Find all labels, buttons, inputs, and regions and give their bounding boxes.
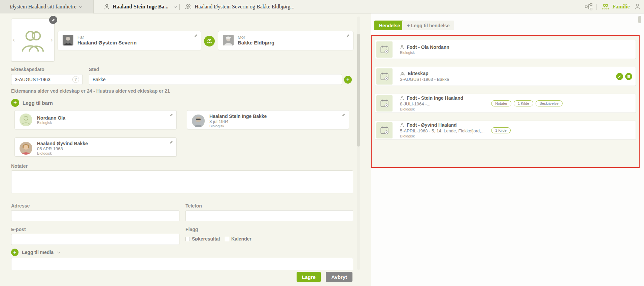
photo-next-arrow[interactable]: › <box>50 36 53 43</box>
edit-mother-pencil-icon[interactable] <box>346 34 350 38</box>
child-relation: Biologisk <box>37 151 88 155</box>
father-card[interactable]: Far Haaland Øystein Severin <box>58 31 201 50</box>
marriage-date-label: Ekteskapsdato <box>11 67 44 72</box>
event-details-list-icon[interactable] <box>625 73 632 80</box>
couple-placeholder-icon <box>20 29 46 53</box>
edit-father-pencil-icon[interactable] <box>194 34 198 38</box>
place-label: Sted <box>89 67 99 72</box>
calendar-event-icon <box>376 41 393 58</box>
event-row[interactable]: Født - Øyvind Haaland 5-APRIL-1968 - 5, … <box>375 121 636 140</box>
event-title: Født - Stein Inge Haaland <box>407 95 463 101</box>
mother-label: Mor <box>238 35 274 40</box>
familie-link-label: Familie <box>612 4 630 10</box>
tab-add-hendelse-label: + Legg til hendelse <box>407 23 449 28</box>
place-input[interactable] <box>89 74 342 85</box>
right-scrollbar-thumb[interactable] <box>638 16 641 23</box>
event-title: Ekteskap <box>408 71 428 76</box>
media-drop-panel[interactable] <box>11 258 353 270</box>
add-place-plus-icon[interactable]: + <box>344 76 352 84</box>
marriage-date-input[interactable] <box>11 74 82 85</box>
notes-textarea[interactable] <box>11 170 353 193</box>
edit-child-pencil-icon[interactable] <box>169 140 173 144</box>
left-scrollbar-thumb[interactable] <box>357 34 360 147</box>
mother-card[interactable]: Mor Bakke Eldbjørg <box>218 31 353 50</box>
add-child-button[interactable]: + Legg til barn <box>11 99 53 107</box>
person-icon <box>400 123 404 127</box>
notes-badge[interactable]: Notater <box>491 100 511 106</box>
tree-selector-label: Øystein Haaland sitt familietre <box>10 4 76 10</box>
couple-link-icon[interactable] <box>204 36 215 46</box>
event-title: Født - Ola Nordann <box>407 44 449 50</box>
profile-person-icon[interactable] <box>634 3 641 10</box>
event-row[interactable]: Født - Ola Nordann Biologisk <box>375 40 636 59</box>
top-bar: Øystein Haaland sitt familietre Haaland … <box>0 0 644 13</box>
event-subtitle: 8-JULI-1964 -... <box>400 101 463 106</box>
couple-icon <box>400 71 405 76</box>
event-subtitle: 3-AUGUST-1963 - Bakke <box>400 77 449 82</box>
father-photo <box>63 35 73 45</box>
child-name: Haaland Øyvind Bakke <box>37 141 88 146</box>
child-avatar-silhouette <box>20 114 32 126</box>
date-help-icon[interactable]: ? <box>72 76 79 83</box>
tab-hendelse-label: Hendelse <box>379 23 400 28</box>
event-row[interactable]: Født - Stein Inge Haaland 8-JULI-1964 -.… <box>375 94 636 113</box>
flags-label: Flagg <box>185 227 198 232</box>
search-result-label: Søkeresultat <box>192 236 220 242</box>
child-photo <box>20 142 32 155</box>
child-card[interactable]: Haaland Øyvind Bakke 05 APR 1968 Biologi… <box>14 137 177 157</box>
calendar-checkbox[interactable] <box>225 237 229 241</box>
calendar-event-icon <box>376 122 393 138</box>
address-input[interactable] <box>11 210 179 221</box>
child-photo <box>192 115 205 127</box>
family-tab[interactable]: Haaland Øystein Severin og Bakke Eldbjør… <box>185 0 295 13</box>
tree-selector-dropdown[interactable]: Øystein Haaland sitt familietre <box>0 0 94 13</box>
child-date: 05 APR 1968 <box>37 146 88 151</box>
phone-input[interactable] <box>185 210 353 221</box>
person-tab[interactable]: Haaland Stein Inge Ba... <box>104 0 176 13</box>
search-result-checkbox[interactable] <box>185 237 190 241</box>
email-input[interactable] <box>11 234 179 245</box>
phone-label: Telefon <box>185 203 202 209</box>
edit-child-pencil-icon[interactable] <box>169 113 173 117</box>
child-relation: Biologisk <box>37 121 65 125</box>
edit-event-pencil-icon[interactable] <box>616 73 623 80</box>
description-badge[interactable]: Beskrivelse <box>536 100 563 106</box>
edit-child-pencil-icon[interactable] <box>342 113 346 117</box>
child-card[interactable]: Nordann Ola Biologisk <box>14 110 177 129</box>
address-label: Adresse <box>11 203 30 209</box>
person-icon <box>400 45 404 49</box>
familie-nav-link[interactable]: Familie <box>602 0 630 13</box>
plus-icon: + <box>11 99 19 107</box>
add-media-button[interactable]: + Legg til media <box>11 249 60 256</box>
save-button[interactable]: Lagre <box>297 272 321 282</box>
child-date: 8 jul 1964 <box>209 119 267 124</box>
cancel-button[interactable]: Avbryt <box>326 272 352 282</box>
photo-prev-arrow[interactable]: ‹ <box>13 36 15 43</box>
source-badge[interactable]: 1 Kilde <box>491 127 511 133</box>
source-badge[interactable]: 1 Kilde <box>514 100 533 106</box>
event-relation: Biologisk <box>400 134 484 138</box>
father-name: Haaland Øystein Severin <box>77 40 137 45</box>
child-name: Haaland Stein Inge Bakke <box>209 114 267 119</box>
calendar-event-icon <box>376 68 393 85</box>
age-summary-text: Ektemanns alder ved ekteskap er 24 - Hus… <box>11 88 170 94</box>
edit-photo-pencil-icon[interactable] <box>49 16 57 24</box>
events-panel: Hendelse + Legg til hendelse <box>371 13 644 286</box>
pedigree-tree-icon[interactable] <box>585 3 592 10</box>
father-label: Far <box>77 35 137 40</box>
event-relation: Biologisk <box>400 107 463 111</box>
family-edit-page: Øystein Haaland sitt familietre Haaland … <box>0 0 644 286</box>
couple-icon <box>185 4 192 10</box>
couple-photo-card[interactable]: ‹ › <box>11 19 55 62</box>
person-icon <box>400 96 404 100</box>
tab-add-hendelse[interactable]: + Legg til hendelse <box>402 21 454 30</box>
flag-search-checkbox-row[interactable]: Søkeresultat Kalender <box>185 236 251 242</box>
highlighted-events-region: Født - Ola Nordann Biologisk <box>371 35 640 168</box>
mother-photo <box>223 35 234 45</box>
child-card[interactable]: Haaland Stein Inge Bakke 8 jul 1964 Biol… <box>187 110 349 129</box>
event-row[interactable]: Ekteskap 3-AUGUST-1963 - Bakke <box>375 67 636 86</box>
event-subtitle: 5-APRIL-1968 - 5, 14, Lende, Flekkefjord… <box>400 128 484 133</box>
tab-hendelse[interactable]: Hendelse <box>374 21 405 30</box>
mother-name: Bakke Eldbjørg <box>238 40 274 45</box>
event-relation: Biologisk <box>400 51 449 55</box>
